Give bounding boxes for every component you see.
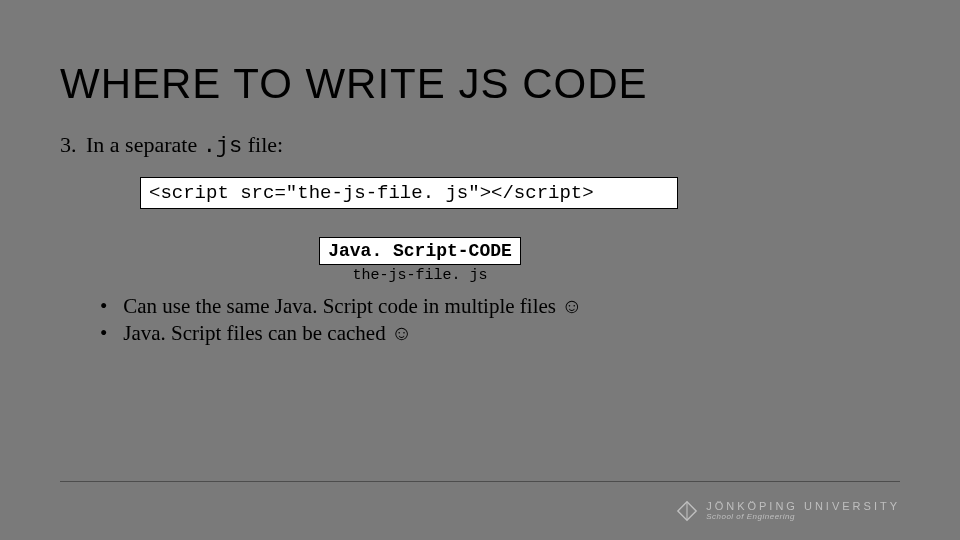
item-text: In a separate .js file:	[86, 132, 283, 159]
footer-divider	[60, 481, 900, 482]
smiley-icon: ☺	[391, 321, 412, 344]
bullet-item: • Java. Script files can be cached ☺	[100, 321, 900, 346]
item-mono: .js	[203, 134, 243, 159]
js-code-label-box: Java. Script-CODE	[319, 237, 521, 265]
code-snippet-box: <script src="the-js-file. js"></script>	[140, 177, 678, 209]
university-logo: JÖNKÖPING UNIVERSITY School of Engineeri…	[676, 500, 900, 522]
item-suffix: file:	[242, 132, 283, 157]
item-number: 3.	[60, 132, 86, 158]
slide-title: WHERE TO WRITE JS CODE	[60, 60, 900, 108]
bullet-text: Java. Script files can be cached	[123, 321, 391, 345]
item-prefix: In a separate	[86, 132, 203, 157]
bullet-marker: •	[100, 321, 118, 346]
bullet-list: • Can use the same Java. Script code in …	[60, 294, 900, 346]
logo-sub-text: School of Engineering	[706, 513, 900, 521]
filename-caption: the-js-file. js	[0, 267, 840, 284]
logo-mark-icon	[676, 500, 698, 522]
bullet-text: Can use the same Java. Script code in mu…	[123, 294, 561, 318]
logo-main-text: JÖNKÖPING UNIVERSITY	[706, 501, 900, 513]
bullet-item: • Can use the same Java. Script code in …	[100, 294, 900, 319]
bullet-marker: •	[100, 294, 118, 319]
numbered-item: 3. In a separate .js file:	[60, 132, 900, 159]
smiley-icon: ☺	[561, 294, 582, 317]
